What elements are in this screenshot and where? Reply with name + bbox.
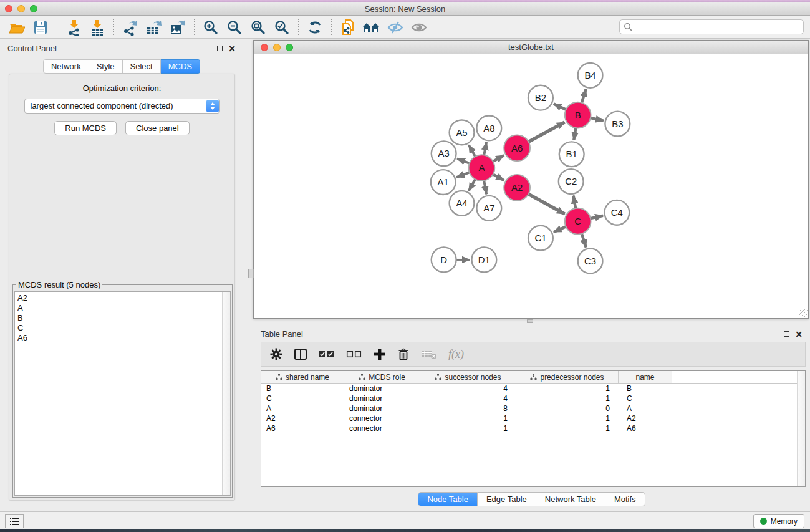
search-field[interactable] [619, 19, 804, 34]
table-cell[interactable]: B [261, 384, 344, 394]
graph-node-A4[interactable]: A4 [450, 191, 475, 216]
delete-table-button[interactable] [421, 345, 437, 364]
tab-select[interactable]: Select [123, 59, 161, 74]
resize-grip[interactable] [799, 309, 808, 317]
edge-C-C4[interactable] [590, 216, 603, 219]
edge-B-B3[interactable] [590, 118, 604, 121]
table-cell[interactable]: A6 [619, 423, 672, 433]
table-cell[interactable]: A [261, 404, 344, 414]
graph-node-A7[interactable]: A7 [476, 196, 501, 221]
result-list-item[interactable]: A2 [15, 293, 221, 303]
result-list-item[interactable]: B [15, 313, 221, 323]
column-header-predecessor-nodes[interactable]: predecessor nodes [516, 371, 619, 383]
save-session-button[interactable] [29, 18, 52, 37]
table-cell[interactable]: 1 [516, 394, 619, 404]
edge-B-B1[interactable] [574, 127, 576, 140]
table-cell[interactable]: 1 [516, 384, 619, 394]
graph-node-B1[interactable]: B1 [559, 142, 584, 167]
add-column-button[interactable] [374, 345, 386, 364]
graph-node-B2[interactable]: B2 [528, 85, 553, 110]
table-cell[interactable]: 1 [516, 414, 619, 423]
graph-node-B3[interactable]: B3 [605, 112, 630, 137]
close-window-button[interactable] [5, 5, 12, 12]
close-panel-icon[interactable]: ✕ [228, 46, 236, 52]
graph-node-D1[interactable]: D1 [471, 248, 496, 273]
tab-style[interactable]: Style [89, 59, 123, 74]
delete-column-button[interactable] [397, 345, 410, 364]
table-cell[interactable]: connector [344, 423, 420, 433]
column-header-successor-nodes[interactable]: successor nodes [420, 371, 516, 383]
export-network-button[interactable] [118, 18, 142, 37]
splitter-handle[interactable] [527, 319, 533, 323]
graph-node-D[interactable]: D [432, 248, 456, 273]
table-cell[interactable]: 4 [420, 394, 516, 404]
edge-A-A6[interactable] [493, 155, 504, 162]
graph-node-C3[interactable]: C3 [578, 249, 603, 274]
edge-B-B4[interactable] [582, 89, 586, 104]
tab-mcds[interactable]: MCDS [161, 59, 200, 74]
network-canvas[interactable]: B4B2BB3A8A5A6A3B1AA1C2A2A4A7C4CC1C3DD1 [254, 55, 808, 318]
table-cell[interactable] [672, 414, 805, 423]
edge-A-A4[interactable] [469, 178, 476, 190]
result-list-item[interactable]: C [15, 323, 221, 333]
edge-C-C3[interactable] [582, 233, 586, 248]
table-row[interactable]: Adominator80A [261, 404, 805, 414]
tab-node-table[interactable]: Node Table [418, 492, 478, 506]
network-minimize-button[interactable] [273, 44, 281, 51]
zoom-selected-button[interactable] [270, 18, 294, 37]
table-cell[interactable]: dominator [344, 404, 420, 414]
export-table-button[interactable] [142, 18, 166, 37]
edge-A-A5[interactable] [469, 145, 476, 157]
network-graph[interactable]: B4B2BB3A8A5A6A3B1AA1C2A2A4A7C4CC1C3DD1 [254, 55, 808, 318]
edge-B-B2[interactable] [554, 104, 567, 110]
table-cell[interactable]: 4 [420, 384, 516, 394]
edge-C-C2[interactable] [574, 196, 576, 210]
memory-button[interactable]: Memory [753, 514, 804, 528]
tab-motifs[interactable]: Motifs [605, 492, 645, 506]
apply-function-button[interactable]: f(x) [448, 345, 464, 364]
table-row[interactable]: Cdominator41C [261, 394, 805, 404]
edge-C-C1[interactable] [554, 226, 567, 232]
tab-network[interactable]: Network [43, 59, 89, 74]
import-network-button[interactable] [62, 18, 85, 37]
table-cell[interactable]: 1 [516, 423, 619, 433]
float-panel-icon[interactable] [217, 46, 223, 51]
table-cell[interactable]: A2 [619, 414, 672, 423]
edge-A-A1[interactable] [456, 172, 470, 177]
table-row[interactable]: A6connector11A6 [261, 423, 805, 433]
result-list-item[interactable]: A [15, 303, 221, 313]
table-cell[interactable] [672, 394, 805, 404]
column-header-name[interactable]: name [619, 371, 672, 383]
search-input[interactable] [633, 22, 799, 32]
table-row[interactable]: Bdominator41B [261, 384, 805, 394]
table-cell[interactable] [672, 423, 805, 433]
graph-node-C1[interactable]: C1 [528, 226, 553, 251]
table-cell[interactable]: C [619, 394, 672, 404]
table-cell[interactable]: A [619, 404, 672, 414]
table-scrollbar[interactable] [797, 371, 805, 486]
zoom-fit-button[interactable] [246, 18, 270, 37]
table-cell[interactable]: A6 [261, 423, 344, 433]
graph-node-A2[interactable]: A2 [504, 175, 530, 201]
table-cell[interactable]: C [261, 394, 344, 404]
criterion-select[interactable]: largest connected component (directed) [24, 99, 220, 114]
task-history-button[interactable] [5, 514, 24, 528]
table-cell[interactable] [672, 404, 805, 414]
table-cell[interactable]: 1 [420, 414, 516, 423]
edge-A-A3[interactable] [457, 158, 470, 163]
first-neighbors-button[interactable] [360, 18, 383, 37]
table-cell[interactable]: A2 [261, 414, 344, 423]
splitter-handle[interactable] [248, 269, 254, 278]
graph-node-C2[interactable]: C2 [559, 169, 584, 194]
table-cell[interactable]: B [619, 384, 672, 394]
edge-A-A8[interactable] [484, 142, 486, 156]
graph-node-A5[interactable]: A5 [450, 120, 475, 145]
edge-A-A2[interactable] [493, 174, 504, 180]
zoom-in-button[interactable] [199, 18, 223, 37]
table-row[interactable]: A2connector11A2 [261, 414, 805, 423]
table-cell[interactable]: dominator [344, 394, 420, 404]
zoom-out-button[interactable] [223, 18, 246, 37]
tab-edge-table[interactable]: Edge Table [478, 492, 536, 506]
graph-node-A3[interactable]: A3 [432, 141, 456, 166]
close-panel-button[interactable]: Close panel [125, 121, 190, 135]
